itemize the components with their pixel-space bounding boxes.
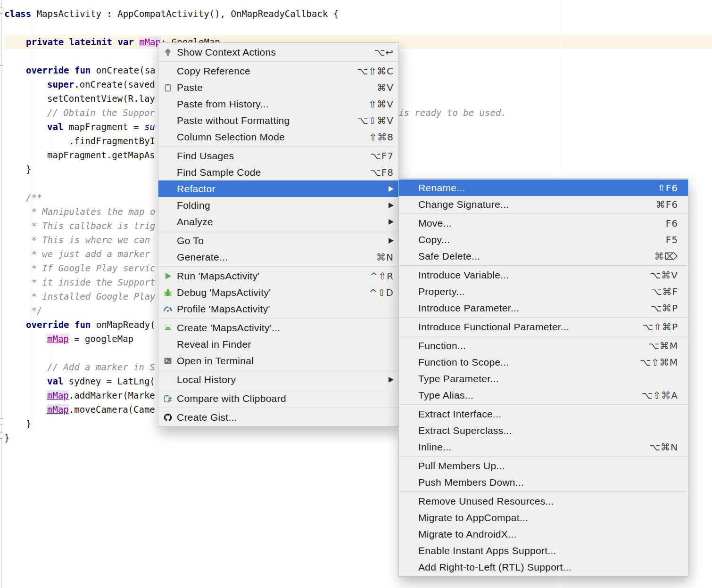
code-token: mapFragment.getMapAs	[47, 150, 155, 160]
menu-item-label: Create Gist...	[177, 412, 394, 423]
code-line: * it inside the Support	[26, 275, 156, 289]
menu-item-debug-mapsactivity[interactable]: Debug 'MapsActivity'^⇧D	[158, 284, 398, 301]
menu-item-shortcut: ⇧F6	[657, 182, 678, 194]
code-token: sydney = LatLng(	[63, 376, 155, 386]
keyword-token: super	[47, 79, 74, 90]
menu-item-label: Type Parameter...	[418, 373, 678, 384]
keyword-token: class	[4, 8, 31, 19]
menu-item-label: Function...	[418, 340, 640, 351]
menu-item-go-to[interactable]: Go To	[158, 232, 398, 249]
menu-item-compare-with-clipboard[interactable]: Compare with Clipboard	[158, 390, 398, 407]
menu-item-label: Refactor	[177, 183, 383, 195]
menu-item-folding[interactable]: Folding	[158, 197, 398, 213]
menu-item-inline[interactable]: Inline...⌥⌘N	[399, 439, 688, 455]
code-token: }	[26, 164, 31, 174]
run-icon	[162, 271, 174, 281]
menu-item-label: Paste	[177, 82, 368, 93]
menu-item-label: Column Selection Mode	[177, 131, 361, 143]
menu-item-label: Copy...	[418, 234, 657, 245]
gutter-divider	[1, 0, 2, 588]
menu-item-rename[interactable]: Rename...⇧F6	[399, 180, 688, 196]
menu-item-property[interactable]: Property...⌥⌘F	[399, 283, 688, 300]
code-line: * we just add a marker	[26, 247, 156, 261]
code-line: val sydney = LatLng(	[47, 374, 155, 388]
menu-item-change-signature[interactable]: Change Signature...⌘F6	[399, 196, 688, 212]
menu-item-enable-instant-apps-support[interactable]: Enable Instant Apps Support...	[399, 542, 688, 559]
menu-item-extract-interface[interactable]: Extract Interface...	[399, 406, 688, 422]
menu-item-type-parameter[interactable]: Type Parameter...	[399, 370, 688, 387]
menu-separator	[158, 266, 398, 267]
icon-spacer	[162, 132, 174, 142]
menu-item-paste[interactable]: Paste⌘V	[158, 79, 398, 96]
icon-spacer	[162, 200, 174, 211]
fold-marker[interactable]	[0, 433, 3, 439]
fold-marker[interactable]	[0, 418, 3, 425]
menu-item-migrate-to-androidx[interactable]: Migrate to AndroidX...	[399, 526, 688, 542]
menu-item-analyze[interactable]: Analyze	[158, 213, 398, 230]
menu-item-remove-unused-resources[interactable]: Remove Unused Resources...	[399, 493, 688, 509]
menu-item-find-sample-code[interactable]: Find Sample Code⌥F8	[158, 164, 398, 180]
menu-item-shortcut: ^⇧D	[369, 287, 394, 298]
menu-item-push-members-down[interactable]: Push Members Down...	[399, 474, 688, 490]
code-line: .findFragmentByI	[69, 134, 155, 148]
github-icon	[162, 412, 174, 423]
menu-item-label: Inline...	[418, 441, 641, 453]
menu-item-introduce-functional-parameter[interactable]: Introduce Functional Parameter...⌥⇧⌘P	[399, 318, 688, 335]
menu-item-label: Introduce Functional Parameter...	[418, 321, 634, 333]
menu-item-find-usages[interactable]: Find Usages⌥F7	[158, 147, 398, 164]
menu-item-migrate-to-appcompat[interactable]: Migrate to AppCompat...	[399, 509, 688, 526]
code-line: * This is where we can	[26, 233, 156, 247]
menu-item-run-mapsactivity[interactable]: Run 'MapsActivity'^⇧R	[158, 268, 398, 284]
menu-item-generate[interactable]: Generate...⌘N	[158, 249, 398, 265]
icon-spacer	[162, 217, 174, 227]
android-icon	[162, 323, 174, 333]
menu-item-copy[interactable]: Copy...F5	[399, 231, 688, 248]
menu-item-refactor[interactable]: Refactor	[158, 180, 398, 197]
code-token: * This callback is trig	[26, 220, 156, 231]
menu-item-show-context-actions[interactable]: Show Context Actions⌥↩	[158, 44, 398, 60]
code-token: // Add a marker in S	[47, 362, 155, 372]
menu-item-copy-reference[interactable]: Copy Reference⌥⇧⌘C	[158, 63, 398, 79]
debug-icon	[162, 287, 174, 298]
menu-item-open-in-terminal[interactable]: Open in Terminal	[158, 352, 398, 369]
menu-item-create-mapsactivity[interactable]: Create 'MapsActivity'...	[158, 319, 398, 336]
lightbulb-icon	[162, 47, 174, 57]
code-token: */	[26, 305, 42, 316]
menu-item-label: Migrate to AppCompat...	[418, 512, 678, 523]
menu-item-function-to-scope[interactable]: Function to Scope...⌥⇧⌘M	[399, 354, 688, 370]
menu-item-label: Find Sample Code	[177, 167, 362, 178]
menu-item-label: Local History	[177, 374, 383, 385]
code-token: onMapReady(	[91, 319, 155, 330]
menu-item-reveal-in-finder[interactable]: Reveal in Finder	[158, 336, 398, 352]
menu-item-label: Pull Members Up...	[418, 460, 678, 472]
code-line: val mapFragment = su	[47, 120, 155, 134]
menu-item-type-alias[interactable]: Type Alias...⌥⇧⌘A	[399, 387, 688, 403]
menu-item-shortcut: ⌥⌘N	[649, 441, 678, 453]
menu-item-pull-members-up[interactable]: Pull Members Up...	[399, 457, 688, 474]
menu-item-paste-from-history[interactable]: Paste from History...⇧⌘V	[158, 96, 398, 112]
menu-item-move[interactable]: Move...F6	[399, 215, 688, 231]
code-token: /**	[26, 192, 42, 203]
menu-item-introduce-variable[interactable]: Introduce Variable...⌥⌘V	[399, 267, 688, 283]
menu-item-label: Extract Interface...	[418, 408, 678, 420]
code-token: * If Google Play servic	[26, 263, 156, 273]
fold-marker[interactable]	[0, 65, 3, 71]
menu-item-profile-mapsactivity[interactable]: Profile 'MapsActivity'	[158, 301, 398, 317]
icon-spacer	[162, 167, 174, 178]
code-token: .addMarker(Marke	[69, 390, 155, 400]
menu-item-paste-without-formatting[interactable]: Paste without Formatting⌥⇧⌘V	[158, 112, 398, 129]
menu-item-label: Open in Terminal	[177, 355, 394, 367]
menu-item-create-gist[interactable]: Create Gist...	[158, 409, 398, 425]
fold-marker[interactable]	[0, 8, 3, 14]
menu-item-column-selection-mode[interactable]: Column Selection Mode⇧⌘8	[158, 129, 398, 145]
menu-separator	[399, 317, 688, 318]
menu-item-introduce-parameter[interactable]: Introduce Parameter...⌥⌘P	[399, 300, 688, 316]
diff-clipboard-icon	[162, 393, 174, 404]
menu-item-add-right-to-left-rtl-support[interactable]: Add Right-to-Left (RTL) Support...	[399, 559, 688, 575]
menu-item-function[interactable]: Function...⌥⌘M	[399, 337, 688, 354]
menu-item-local-history[interactable]: Local History	[158, 371, 398, 388]
menu-item-safe-delete[interactable]: Safe Delete...⌘⌦	[399, 248, 688, 264]
icon-spacer	[162, 339, 174, 350]
menu-item-extract-superclass[interactable]: Extract Superclass...	[399, 422, 688, 439]
icon-spacer	[162, 99, 174, 109]
